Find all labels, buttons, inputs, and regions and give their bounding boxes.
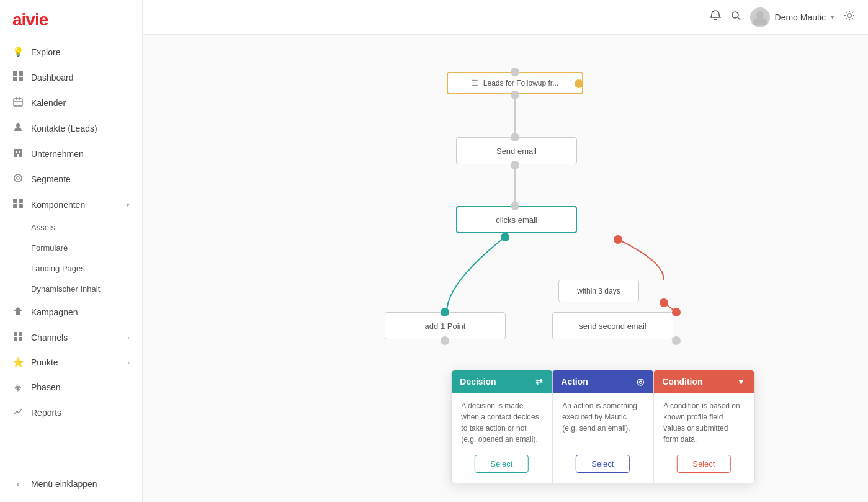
reports-icon — [12, 406, 24, 418]
dot-send-email-top — [511, 133, 519, 141]
sidebar-item-segmente[interactable]: Segmente — [0, 166, 142, 192]
svg-rect-15 — [13, 199, 17, 203]
condition-description: A condition is based on known profile fi… — [663, 401, 740, 444]
svg-rect-12 — [17, 154, 19, 157]
svg-point-13 — [14, 174, 22, 182]
bell-icon[interactable] — [709, 9, 722, 25]
node-send-second-email[interactable]: send second email — [552, 312, 673, 339]
action-panel: Decision ⇄ A decision is made when a con… — [450, 370, 754, 483]
action-select-button[interactable]: Select — [576, 455, 629, 473]
sidebar-item-kontakte[interactable]: Kontakte (Leads) — [0, 115, 142, 141]
dot-add-point-bottom — [441, 336, 449, 345]
sidebar-item-komponenten[interactable]: Komponenten ▾ — [0, 192, 142, 217]
sidebar-item-label: Komponenten — [31, 200, 85, 210]
svg-rect-23 — [19, 337, 22, 341]
svg-rect-16 — [19, 199, 23, 203]
sidebar-sub-assets[interactable]: Assets — [0, 217, 142, 238]
collapse-icon: ‹ — [12, 478, 24, 489]
calendar-icon — [12, 97, 24, 109]
user-info[interactable]: Demo Mautic ▾ — [750, 7, 834, 27]
sidebar-item-label: Segmente — [31, 174, 71, 184]
svg-rect-3 — [19, 77, 23, 81]
settings-icon[interactable] — [843, 9, 856, 25]
dropdown-arrow-icon: ▾ — [831, 13, 834, 21]
node-within-3-days[interactable]: within 3 days — [558, 280, 639, 302]
sub-item-label: Dynamischer Inhalt — [31, 284, 100, 294]
dot-send-email-bottom — [511, 161, 519, 169]
chevron-down-icon: ▾ — [126, 200, 130, 209]
sidebar-item-label: Kalender — [31, 98, 66, 108]
dot-clicks-left — [501, 233, 509, 241]
kampagnen-icon — [12, 306, 24, 318]
explore-icon: 💡 — [12, 47, 24, 58]
dashboard-icon — [12, 71, 24, 83]
dot-segment-right — [575, 79, 583, 88]
svg-point-27 — [848, 14, 851, 17]
svg-rect-4 — [14, 99, 22, 106]
condition-select-button[interactable]: Select — [677, 455, 730, 473]
chevron-right-icon: › — [127, 333, 130, 342]
decision-select-button[interactable]: Select — [475, 455, 528, 473]
action-card-header: Action ◎ — [552, 370, 653, 393]
sidebar-item-kalender[interactable]: Kalender — [0, 90, 142, 115]
decision-card-footer: Select — [461, 455, 542, 473]
sidebar-item-label: Punkte — [31, 357, 58, 367]
sidebar-item-reports[interactable]: Reports — [0, 400, 142, 425]
svg-point-14 — [17, 177, 19, 179]
sidebar-bottom: ‹ Menü einklappen — [0, 465, 142, 502]
sidebar-collapse[interactable]: ‹ Menü einklappen — [0, 472, 142, 496]
sidebar-item-phasen[interactable]: ◈ Phasen — [0, 375, 142, 400]
sidebar-item-channels[interactable]: Channels › — [0, 325, 142, 350]
sub-item-label: Landing Pages — [31, 264, 85, 273]
svg-rect-22 — [14, 337, 17, 341]
punkte-icon: ⭐ — [12, 357, 24, 368]
decision-header-label: Decision — [460, 377, 496, 387]
decision-header-icon: ⇄ — [535, 377, 543, 387]
search-icon[interactable] — [730, 10, 741, 24]
svg-rect-19 — [16, 311, 20, 315]
condition-card-header: Condition ▼ — [653, 370, 754, 393]
decision-card-header: Decision ⇄ — [451, 370, 552, 393]
sidebar-sub-landing-pages[interactable]: Landing Pages — [0, 258, 142, 279]
workflow-canvas: ☰ Leads for Followup fr... Send email cl… — [143, 35, 868, 502]
sidebar-sub-dynamischer-inhalt[interactable]: Dynamischer Inhalt — [0, 279, 142, 299]
action-card: Action ◎ An action is something executed… — [552, 370, 653, 483]
chevron-right-icon: › — [127, 358, 130, 367]
svg-point-8 — [16, 123, 20, 127]
action-header-label: Action — [561, 377, 588, 387]
svg-rect-17 — [13, 204, 17, 208]
node-send-email[interactable]: Send email — [456, 137, 577, 164]
decision-card: Decision ⇄ A decision is made when a con… — [451, 370, 552, 483]
sidebar-item-punkte[interactable]: ⭐ Punkte › — [0, 350, 142, 375]
list-icon: ☰ — [472, 79, 478, 87]
action-description: An action is something executed by Mauti… — [562, 401, 637, 433]
sidebar-item-dashboard[interactable]: Dashboard — [0, 65, 142, 90]
dot-send-second-bottom — [672, 336, 681, 345]
dot-segment-bottom — [511, 91, 519, 99]
svg-point-24 — [732, 12, 738, 18]
condition-card: Condition ▼ A condition is based on know… — [653, 370, 754, 483]
node-within-3-days-label: within 3 days — [577, 287, 620, 295]
svg-rect-2 — [13, 77, 17, 81]
sidebar-item-unternehmen[interactable]: Unternehmen — [0, 141, 142, 166]
node-clicks-email[interactable]: clicks email — [456, 206, 577, 233]
dot-add-point-top — [441, 308, 449, 316]
dot-clicks-top — [511, 202, 519, 210]
decision-description: A decision is made when a contact decide… — [461, 401, 539, 444]
condition-card-body: A condition is based on known profile fi… — [663, 400, 744, 445]
condition-header-label: Condition — [662, 377, 702, 387]
sidebar-sub-formulare[interactable]: Formulare — [0, 238, 142, 258]
node-send-second-label: send second email — [579, 321, 646, 331]
komponenten-icon — [12, 199, 24, 210]
sidebar-item-kampagnen[interactable]: Kampagnen — [0, 299, 142, 325]
sidebar-item-explore[interactable]: 💡 Explore — [0, 40, 142, 65]
svg-rect-0 — [13, 71, 17, 76]
topbar: Demo Mautic ▾ — [143, 0, 868, 35]
collapse-label: Menü einklappen — [31, 479, 97, 489]
segment-icon — [12, 173, 24, 185]
sidebar-item-label: Channels — [31, 333, 68, 343]
svg-rect-20 — [14, 332, 17, 336]
node-send-email-label: Send email — [496, 146, 537, 156]
person-icon — [12, 122, 24, 134]
avatar — [750, 7, 770, 27]
